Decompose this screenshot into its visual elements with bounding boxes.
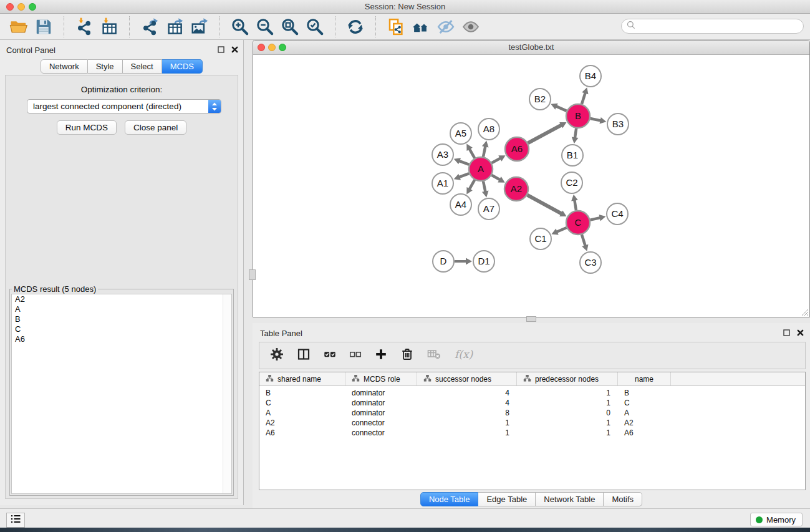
hide-selected-button[interactable]	[435, 17, 456, 37]
show-all-icon	[461, 17, 480, 36]
tab-select[interactable]: Select	[123, 59, 162, 74]
search-input[interactable]	[636, 21, 803, 32]
mcds-result-item[interactable]: A2	[12, 294, 231, 304]
horizontal-scroll-thumb[interactable]	[526, 316, 536, 322]
uncheck-all-button[interactable]	[349, 347, 362, 364]
check-all-button[interactable]	[323, 347, 337, 364]
duplicate-network-icon	[387, 17, 405, 36]
graph-edge-C-C1	[556, 228, 567, 232]
network-minimize-light[interactable]	[268, 44, 276, 51]
show-all-button[interactable]	[460, 17, 481, 37]
mcds-result-item[interactable]: C	[12, 324, 231, 334]
close-panel-button[interactable]: Close panel	[125, 120, 186, 135]
resize-grip[interactable]	[800, 307, 809, 316]
cell: dominator	[345, 409, 417, 417]
zoom-out-icon	[256, 17, 274, 36]
search-box[interactable]	[621, 19, 804, 34]
mcds-result-item[interactable]: A	[12, 304, 231, 314]
close-window-light[interactable]	[6, 3, 14, 11]
tab-node-table[interactable]: Node Table	[420, 492, 479, 506]
cell: 1	[517, 399, 618, 407]
import-network-button[interactable]	[74, 17, 95, 37]
graph-node-label: C2	[566, 177, 577, 188]
refresh-button[interactable]	[345, 17, 366, 37]
float-panel-icon[interactable]	[783, 327, 790, 339]
open-button[interactable]	[8, 17, 29, 37]
graph-node-label: A	[478, 163, 484, 174]
graph-node-label: B4	[585, 70, 596, 81]
graph-edge-A-A6	[492, 158, 501, 163]
zoom-window-light[interactable]	[29, 3, 36, 11]
minimize-window-light[interactable]	[17, 3, 25, 11]
edge-arrowhead	[572, 137, 579, 144]
run-mcds-button[interactable]: Run MCDS	[57, 120, 117, 135]
network-canvas[interactable]: B4B2BB3A5A8A6B1A3AC2A1A2A4A7C4CC1C3DD1	[253, 55, 809, 317]
table-row-a[interactable]: Adominator80A	[259, 408, 805, 418]
delete-table-icon	[427, 347, 441, 364]
mcds-result-item[interactable]: A6	[12, 334, 231, 344]
first-neighbors-button[interactable]	[410, 17, 432, 37]
column-header-name[interactable]: name	[618, 372, 671, 385]
toolbar-separator	[219, 16, 220, 37]
mcds-result-item[interactable]: B	[12, 314, 231, 324]
import-table-button[interactable]	[99, 17, 120, 37]
close-panel-icon[interactable]	[231, 44, 238, 56]
graph-node-label: C	[575, 217, 582, 228]
cell: C	[259, 399, 345, 407]
duplicate-network-button[interactable]	[385, 17, 407, 37]
add-column-button[interactable]	[374, 347, 388, 364]
main-toolbar	[0, 14, 810, 40]
table-row-c[interactable]: Cdominator41C	[259, 398, 805, 408]
vertical-scroll-thumb[interactable]	[249, 269, 256, 280]
export-image-button[interactable]	[189, 17, 210, 37]
network-close-light[interactable]	[258, 44, 265, 51]
tab-style[interactable]: Style	[88, 59, 123, 74]
edge-arrowhead	[482, 191, 489, 198]
memory-button[interactable]: Memory	[750, 513, 803, 526]
column-header-successor-nodes[interactable]: successor nodes	[417, 372, 517, 385]
list-scrollbar[interactable]	[223, 294, 231, 493]
zoom-fit-button[interactable]	[279, 17, 301, 37]
optimization-criterion-select[interactable]: largest connected component (directed)	[27, 99, 221, 114]
column-header-predecessor-nodes[interactable]: predecessor nodes	[517, 372, 618, 385]
export-table-button[interactable]	[164, 17, 185, 37]
close-panel-icon[interactable]	[797, 327, 804, 339]
graph-node-label: B3	[612, 118, 624, 129]
cell: 4	[417, 399, 517, 407]
uncheck-all-icon	[349, 347, 362, 364]
gear-icon	[269, 347, 284, 364]
zoom-in-icon	[231, 17, 249, 36]
tab-network[interactable]: Network	[41, 59, 88, 74]
memory-status-dot	[756, 516, 763, 523]
toolbar-separator	[129, 16, 130, 37]
tab-edge-table[interactable]: Edge Table	[478, 492, 536, 506]
application-window: Session: New Session Control Panel Netwo…	[0, 0, 810, 532]
task-history-button[interactable]	[6, 513, 25, 528]
zoom-selected-button[interactable]	[304, 17, 325, 37]
network-zoom-light[interactable]	[279, 44, 286, 51]
table-row-a6[interactable]: A6connector11A6	[259, 428, 805, 438]
graph-node-label: A8	[483, 123, 494, 134]
export-network-button[interactable]	[139, 17, 160, 37]
session-title: Session: New Session	[37, 2, 773, 11]
table-row-a2[interactable]: A2connector11A2	[259, 418, 805, 428]
zoom-out-button[interactable]	[254, 17, 276, 37]
graph-node-label: A4	[455, 199, 466, 210]
delete-column-button[interactable]	[400, 347, 415, 364]
open-icon	[9, 17, 28, 36]
tab-mcds[interactable]: MCDS	[162, 59, 203, 74]
graph-node-label: A7	[483, 203, 494, 214]
float-panel-icon[interactable]	[218, 44, 224, 56]
column-view-button[interactable]	[296, 347, 311, 364]
gear-button[interactable]	[269, 347, 284, 364]
tab-network-table[interactable]: Network Table	[536, 492, 604, 506]
cell: connector	[345, 428, 417, 437]
edge-arrowhead	[582, 244, 588, 251]
column-header-shared-name[interactable]: shared name	[259, 372, 345, 385]
table-row-b[interactable]: Bdominator41B	[259, 388, 805, 398]
zoom-in-button[interactable]	[229, 17, 251, 37]
column-header-mcds-role[interactable]: MCDS role	[345, 372, 417, 385]
save-button[interactable]	[33, 17, 54, 37]
graph-node-label: D	[440, 256, 447, 266]
tab-motifs[interactable]: Motifs	[604, 492, 642, 506]
